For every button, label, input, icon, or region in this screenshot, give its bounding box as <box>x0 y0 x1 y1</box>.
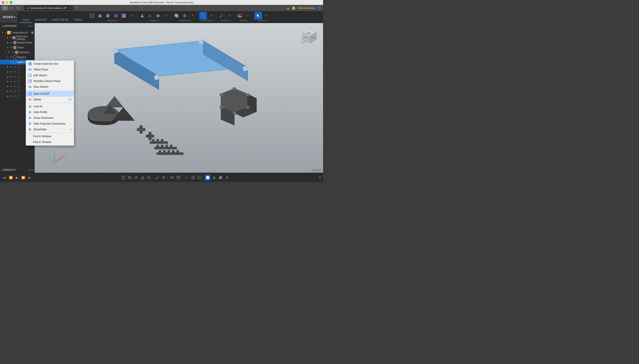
tree-item-document-settings[interactable]: ▶ 👁 Document Settings <box>0 35 34 40</box>
tab-tools[interactable]: TOOLS <box>71 17 85 23</box>
cm-find-in-timeline[interactable]: Find in Timeline <box>26 139 74 145</box>
bt-tool-1[interactable] <box>121 175 126 180</box>
origin-icon <box>13 46 17 49</box>
bt-tool-10[interactable] <box>184 175 189 180</box>
redo-btn[interactable]: ↪ <box>16 6 20 10</box>
bt-tool-2[interactable] <box>127 175 133 180</box>
viewport[interactable]: X Y Z TOP RIGHT FRONT X Z <box>35 23 323 173</box>
show-hide-icon <box>28 128 32 131</box>
bt-tool-7[interactable] <box>161 175 167 180</box>
bt-tool-4[interactable] <box>140 175 146 180</box>
playback-first-btn[interactable]: ⏮ <box>2 175 7 180</box>
create-sketch-btn[interactable] <box>88 12 96 20</box>
user-avatar[interactable]: 👤 <box>317 6 321 10</box>
tab-solid[interactable]: SOLID <box>20 17 32 23</box>
cm-hide-projected-geometries[interactable]: Hide Projected Geometries <box>26 121 74 126</box>
bt-tool-15[interactable] <box>218 175 223 180</box>
panel-expand-btn[interactable]: ⟫ <box>31 24 33 28</box>
svg-rect-47 <box>149 132 151 140</box>
bt-tool-3[interactable] <box>133 175 139 180</box>
more-inspect-btn[interactable]: ▾ <box>226 12 233 20</box>
tab-surface[interactable]: SURFACE <box>32 17 49 23</box>
cm-create-selection-set[interactable]: Create Selection Set <box>26 61 74 67</box>
window-controls[interactable] <box>2 1 13 4</box>
tree-item-named-views[interactable]: ▶ 👁 Named Views <box>0 40 34 45</box>
more-construct-btn[interactable]: ▾ <box>207 12 215 20</box>
fillet-btn[interactable]: fx <box>146 12 154 20</box>
window-title: Autodesk Fusion 360 (Personal – Not for … <box>130 1 193 4</box>
extrude-btn[interactable] <box>96 12 104 20</box>
more-create-btn[interactable]: ▾ <box>128 12 136 20</box>
add-tab-button[interactable]: + <box>74 6 79 10</box>
combine-btn[interactable] <box>154 12 162 20</box>
cm-redefine-sketch-plane[interactable]: Redefine Sketch Plane <box>26 78 74 84</box>
pattern-btn[interactable] <box>120 12 128 20</box>
find-timeline-icon <box>28 140 31 144</box>
svg-rect-71 <box>233 88 236 90</box>
active-tab[interactable]: ⚙ Construction Kit Fab Academy v5* ✕ <box>25 6 73 10</box>
tree-item-origin[interactable]: ▶ 👁 Origin <box>0 45 34 50</box>
bt-tool-11[interactable] <box>190 175 196 180</box>
construct-plane-btn[interactable] <box>199 12 207 20</box>
browser-root[interactable]: ▼ ▼ F Construction Kit Fab Academy.... <box>0 30 34 35</box>
revolve-btn[interactable] <box>104 12 112 20</box>
settings-button[interactable]: ⚙ <box>318 176 321 179</box>
select-group: ▾ SELECT ▾ <box>253 11 271 23</box>
hole-btn[interactable] <box>112 12 120 20</box>
cm-hide-profile[interactable]: Hide Profile <box>26 109 74 115</box>
insert-image-btn[interactable] <box>236 12 244 20</box>
playback-next-btn[interactable]: ⏩ <box>21 175 26 180</box>
cloud-icon[interactable]: ☁ <box>286 6 289 10</box>
measure-btn[interactable] <box>218 12 225 20</box>
cm-show-dimension[interactable]: Show Dimension <box>26 115 74 121</box>
panel-collapse-btn[interactable]: ◀ <box>2 25 4 27</box>
cm-find-in-window[interactable]: Find in Window <box>26 134 74 139</box>
maximize-button[interactable] <box>10 1 13 4</box>
nav-cube[interactable]: TOP RIGHT FRONT X Z <box>301 28 318 45</box>
svg-marker-121 <box>141 176 144 179</box>
tree-item-sketches[interactable]: ▼ 👁 👁 Sketches <box>0 50 34 55</box>
bt-tool-12[interactable]: ▾ <box>197 175 202 180</box>
svg-rect-139 <box>192 176 194 179</box>
joint-btn[interactable] <box>181 12 188 20</box>
more-assemble-btn[interactable]: ▾ <box>189 12 196 20</box>
svg-rect-56 <box>170 145 172 147</box>
playback-play-btn[interactable]: ▶ <box>14 175 20 180</box>
search-icon[interactable]: 🔔 <box>292 6 295 10</box>
bt-tool-9[interactable] <box>175 175 181 180</box>
bt-tool-14[interactable] <box>211 175 217 180</box>
comments-settings-btn[interactable]: ⚙ <box>29 168 31 171</box>
svg-rect-37 <box>243 66 248 71</box>
tree-item-sketch1[interactable]: ▼ 👁 Sketch1 <box>0 55 34 60</box>
bt-tool-8[interactable] <box>169 175 175 180</box>
bt-tool-active[interactable] <box>205 175 211 180</box>
cm-delete[interactable]: Delete ⌫ <box>26 97 74 102</box>
bt-tool-5[interactable] <box>146 175 152 180</box>
tab-close-btn[interactable]: ✕ <box>69 7 71 9</box>
cm-slice-sketch[interactable]: Slice Sketch <box>26 84 74 90</box>
new-component-btn[interactable] <box>173 12 180 20</box>
cm-save-as-dxf[interactable]: DXF Save As DXF <box>26 91 74 97</box>
playback-prev-btn[interactable]: ⏪ <box>8 175 13 180</box>
cm-edit-sketch[interactable]: Edit Sketch <box>26 72 74 78</box>
minimize-button[interactable] <box>6 1 9 4</box>
cm-look-at[interactable]: Look At <box>26 104 74 109</box>
tab-sheet-metal[interactable]: SHEET METAL <box>49 17 71 23</box>
bt-tool-6[interactable] <box>154 175 160 180</box>
press-pull-btn[interactable] <box>138 12 146 20</box>
playback-last-btn[interactable]: ⏭ <box>27 175 32 180</box>
bt-tool-16[interactable] <box>224 175 230 180</box>
cm-show-hide[interactable]: Show/Hide V <box>26 126 74 132</box>
comments-expand-btn[interactable]: ⟫ <box>32 168 33 171</box>
undo-btn[interactable]: ↩ <box>10 6 13 10</box>
design-button[interactable]: DESIGN ▾ <box>0 11 18 23</box>
more-modify-btn[interactable]: ▾ <box>162 12 170 20</box>
delete-icon <box>28 98 32 101</box>
close-button[interactable] <box>2 1 5 4</box>
select-btn[interactable] <box>254 12 262 20</box>
more-insert-btn[interactable]: ▾ <box>244 12 252 20</box>
cm-offset-plane[interactable]: Offset Plane <box>26 67 74 72</box>
more-select-btn[interactable]: ▾ <box>262 12 270 20</box>
panel-settings-btn[interactable]: ⚙ <box>28 24 30 28</box>
file-menu-btn[interactable]: ≡ <box>2 6 8 10</box>
